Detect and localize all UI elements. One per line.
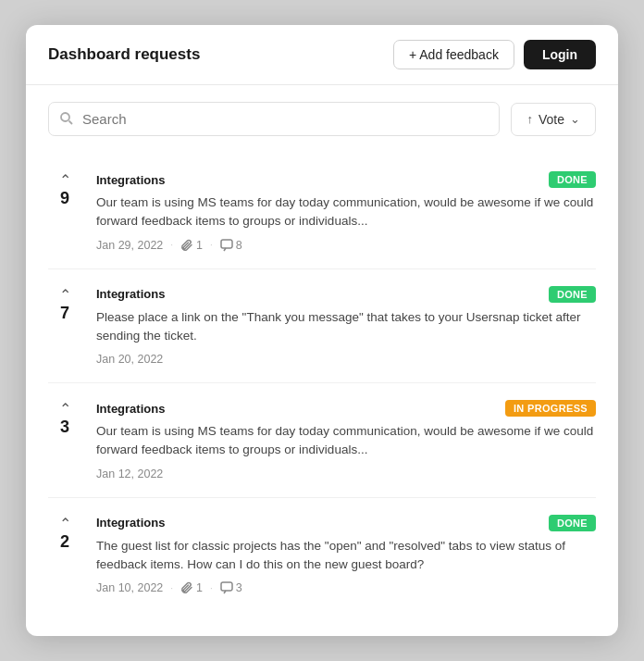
- dot-separator: ·: [210, 240, 213, 250]
- dot-separator: ·: [170, 240, 173, 250]
- item-body: Integrations DONE The guest list for cla…: [96, 515, 596, 595]
- vote-box[interactable]: ⌃ 2: [48, 515, 81, 552]
- item-top: Integrations DONE: [96, 286, 596, 303]
- attachment-count: 1: [180, 581, 203, 594]
- svg-point-0: [61, 113, 69, 121]
- list-item: ⌃ 2 Integrations DONE The guest list for…: [48, 498, 596, 612]
- attachment-count: 1: [180, 239, 203, 252]
- item-top: Integrations IN PROGRESS: [96, 400, 596, 417]
- item-date: Jan 20, 2022: [96, 353, 163, 366]
- search-input[interactable]: [48, 102, 500, 136]
- item-meta: Jan 29, 2022 · 1 · 8: [96, 239, 596, 252]
- status-badge: DONE: [549, 515, 596, 531]
- upvote-icon[interactable]: ⌃: [59, 517, 71, 531]
- items-list: ⌃ 9 Integrations DONE Our team is using …: [26, 147, 618, 633]
- vote-count: 9: [60, 190, 69, 208]
- upvote-icon[interactable]: ⌃: [59, 288, 71, 303]
- login-button[interactable]: Login: [524, 40, 596, 69]
- vote-box[interactable]: ⌃ 9: [48, 171, 81, 208]
- upvote-icon[interactable]: ⌃: [59, 173, 71, 188]
- item-description: Our team is using MS teams for day today…: [96, 193, 596, 231]
- svg-line-1: [69, 120, 73, 124]
- upvote-icon[interactable]: ⌃: [59, 402, 71, 417]
- comment-count: 8: [220, 239, 242, 252]
- dot-separator: ·: [170, 583, 173, 593]
- comment-count: 3: [220, 581, 242, 594]
- status-badge: IN PROGRESS: [505, 400, 596, 417]
- vote-box[interactable]: ⌃ 3: [48, 400, 81, 437]
- list-item: ⌃ 7 Integrations DONE Please place a lin…: [48, 269, 596, 384]
- status-badge: DONE: [549, 286, 596, 303]
- item-body: Integrations DONE Please place a link on…: [96, 286, 596, 367]
- list-item: ⌃ 3 Integrations IN PROGRESS Our team is…: [48, 383, 596, 498]
- item-body: Integrations IN PROGRESS Our team is usi…: [96, 400, 596, 480]
- item-date: Jan 12, 2022: [96, 468, 163, 480]
- item-category: Integrations: [96, 402, 165, 416]
- header-actions: + Add feedback Login: [393, 40, 596, 69]
- page-title: Dashboard requests: [48, 45, 200, 64]
- svg-rect-2: [221, 240, 232, 248]
- item-date: Jan 10, 2022: [96, 581, 163, 594]
- item-description: The guest list for classic projects has …: [96, 537, 596, 575]
- vote-count: 2: [60, 533, 69, 552]
- item-top: Integrations DONE: [96, 171, 596, 188]
- item-top: Integrations DONE: [96, 515, 596, 531]
- sort-label: Vote: [539, 112, 564, 127]
- sort-button[interactable]: ↑ Vote ⌄: [511, 103, 596, 136]
- item-category: Integrations: [96, 173, 165, 187]
- item-date: Jan 29, 2022: [96, 239, 163, 252]
- toolbar: ↑ Vote ⌄: [26, 85, 618, 147]
- item-category: Integrations: [96, 516, 165, 530]
- item-category: Integrations: [96, 287, 165, 301]
- item-description: Our team is using MS teams for day today…: [96, 422, 596, 460]
- vote-count: 3: [60, 418, 69, 437]
- main-window: Dashboard requests + Add feedback Login …: [26, 25, 618, 636]
- header: Dashboard requests + Add feedback Login: [26, 25, 618, 85]
- item-meta: Jan 12, 2022: [96, 468, 596, 480]
- add-feedback-button[interactable]: + Add feedback: [393, 40, 514, 69]
- chevron-down-icon: ⌄: [570, 112, 580, 126]
- sort-icon: ↑: [526, 112, 533, 126]
- item-body: Integrations DONE Our team is using MS t…: [96, 171, 596, 252]
- item-description: Please place a link on the "Thank you me…: [96, 308, 596, 346]
- list-item: ⌃ 9 Integrations DONE Our team is using …: [48, 155, 596, 269]
- search-wrap: [48, 102, 500, 136]
- vote-box[interactable]: ⌃ 7: [48, 286, 81, 323]
- dot-separator: ·: [210, 583, 213, 593]
- vote-count: 7: [60, 305, 69, 323]
- svg-rect-3: [221, 582, 232, 591]
- item-meta: Jan 20, 2022: [96, 353, 596, 366]
- item-meta: Jan 10, 2022 · 1 · 3: [96, 581, 596, 594]
- search-icon: [59, 111, 73, 128]
- status-badge: DONE: [549, 171, 596, 188]
